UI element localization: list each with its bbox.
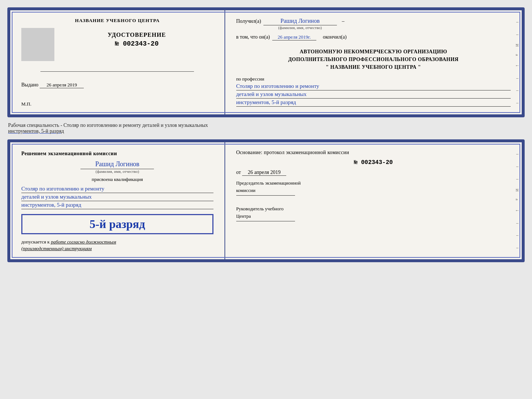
doc2-qual-line3: инструментов, 5-й разряд: [21, 202, 213, 209]
doc1-date-label: в том, что он(а): [236, 34, 270, 40]
doc1-right-strips: – – И а ← – – –: [514, 10, 521, 114]
doc2-name-caption: (фамилия, имя, отчество): [96, 169, 139, 174]
doc2-from-label: от: [236, 170, 241, 175]
doc2-decision-title: Решением экзаменационной комиссии: [21, 150, 213, 157]
doc1-date-line: в том, что он(а) 26 апреля 2019г. окончи…: [236, 34, 511, 40]
doc1-name-container: Рашид Логинов (фамилия, имя, отчество): [263, 18, 337, 30]
doc1-name-caption: (фамилия, имя, отчество): [278, 25, 322, 30]
doc2-rank-text: 5-й разряд: [90, 217, 145, 231]
doc2-from-date: 26 апреля 2019: [242, 170, 286, 176]
doc2-from-date-line: от 26 апреля 2019: [236, 170, 511, 176]
doc1-center-name: НАЗВАНИЕ УЧЕБНОГО ЦЕНТРА: [75, 18, 160, 24]
doc1-recipient-line: Получил(а) Рашид Логинов (фамилия, имя, …: [236, 18, 511, 30]
doc1-profession: по профессии Столяр по изготовлению и ре…: [236, 76, 511, 107]
doc1-profession-line1: Столяр по изготовлению и ремонту: [236, 83, 511, 90]
document-2: Решением экзаменационной комиссии Рашид …: [7, 139, 525, 262]
doc2-name-container: Рашид Логинов (фамилия, имя, отчество): [21, 160, 213, 174]
doc2-qual-line2: деталей и узлов музыкальных: [21, 193, 213, 201]
doc1-issued-label: Выдано: [21, 82, 39, 88]
doc1-profession-line2: деталей и узлов музыкальных: [236, 91, 511, 99]
doc2-decision: Решением экзаменационной комиссии Рашид …: [21, 150, 213, 252]
doc1-date-value: 26 апреля 2019г.: [272, 34, 316, 40]
specialty-text: Рабочая специальность - Столяр по изгото…: [7, 120, 525, 136]
doc2-left-panel: Решением экзаменационной комиссии Рашид …: [10, 142, 225, 259]
doc1-right-panel: Получил(а) Рашид Логинов (фамилия, имя, …: [225, 10, 522, 114]
doc2-head: Руководитель учебного Центра: [236, 205, 511, 221]
doc2-right-panel: Основание: протокол экзаменационной коми…: [225, 142, 522, 259]
doc2-right-strips: – – – И а ← – – –: [514, 142, 521, 259]
doc2-name: Рашид Логинов: [80, 160, 154, 169]
doc1-cert-label: УДОСТОВЕРЕНИЕ: [108, 32, 166, 38]
doc1-left-panel: НАЗВАНИЕ УЧЕБНОГО ЦЕНТРА УДОСТОВЕРЕНИЕ №…: [10, 10, 225, 114]
doc1-logo: [21, 28, 54, 61]
doc2-qual-line1: Столяр по изготовлению и ремонту: [21, 185, 213, 193]
doc2-basis-title: Основание: протокол экзаменационной коми…: [236, 150, 511, 156]
document-1: НАЗВАНИЕ УЧЕБНОГО ЦЕНТРА УДОСТОВЕРЕНИЕ №…: [7, 7, 525, 117]
doc2-rank-badge: 5-й разряд: [21, 214, 213, 234]
doc2-chairman-signature: [236, 195, 295, 196]
doc1-stamp: М.П.: [21, 101, 213, 107]
doc1-received-label: Получил(а): [236, 18, 261, 24]
doc1-profession-line3: инструментов, 5-й разряд: [236, 99, 511, 107]
doc1-cert-number: № 002343-20: [115, 40, 159, 47]
doc2-head-signature: [236, 221, 295, 221]
doc2-basis: Основание: протокол экзаменационной коми…: [236, 150, 511, 221]
doc2-допускается: допускается к работе согласно должностны…: [21, 239, 213, 252]
doc1-name: Рашид Логинов: [263, 18, 337, 25]
doc1-issued-line: Выдано 26 апреля 2019: [21, 82, 213, 88]
doc2-assigned-label: присвоена квалификация: [21, 177, 213, 182]
doc1-profession-label: по профессии: [236, 76, 511, 82]
doc1-body: АВТОНОМНУЮ НЕКОММЕРЧЕСКУЮ ОРГАНИЗАЦИЮ ДО…: [236, 48, 511, 71]
doc2-chairman: Председатель экзаменационной комиссии: [236, 179, 511, 196]
doc2-protocol-number: № 002343-20: [236, 159, 511, 166]
doc2-qualification: Столяр по изготовлению и ремонту деталей…: [21, 185, 213, 210]
doc1-finished-label: окончил(а): [323, 34, 347, 40]
doc1-issued-date: 26 апреля 2019: [40, 82, 84, 88]
